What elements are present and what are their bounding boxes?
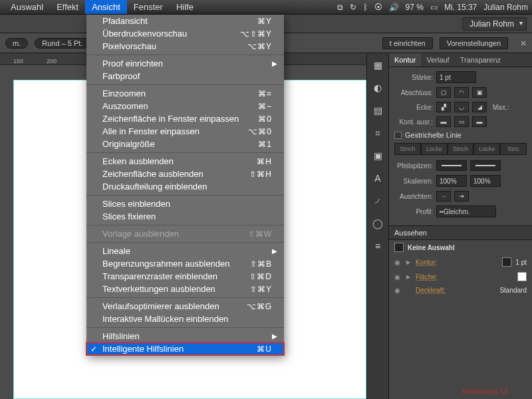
menu-item--berdruckenvorschau[interactable]: Überdruckenvorschau⌥⇧⌘Y <box>86 27 284 40</box>
align-inside-button[interactable]: ▭ <box>454 116 469 127</box>
menu-item-pfadansicht[interactable]: Pfadansicht⌘Y <box>86 15 284 27</box>
swatches-icon[interactable]: ▦ <box>371 59 384 72</box>
dashed-checkbox[interactable] <box>394 132 402 139</box>
menu-shortcut: ⌥⌘0 <box>248 127 272 136</box>
menu-item-zeichenfl-che-ausblenden[interactable]: Zeichenfläche ausblenden⇧⌘H <box>86 168 284 180</box>
profile-select[interactable]: ━ Gleichm. <box>436 205 496 217</box>
menu-ansicht[interactable]: Ansicht <box>85 0 127 14</box>
bluetooth-icon[interactable]: ᛒ <box>363 3 368 12</box>
app-user-button[interactable]: Julian Rohm <box>462 17 527 31</box>
menu-hilfe[interactable]: Hilfe <box>170 0 200 14</box>
menu-item-proof-einrichten[interactable]: Proof einrichten▶ <box>86 57 284 70</box>
shape-icon[interactable]: ◯ <box>371 217 384 230</box>
align-center-button[interactable]: ▬ <box>436 116 451 127</box>
fill-swatch[interactable] <box>517 272 527 281</box>
cap-round-button[interactable]: ◠ <box>454 87 469 98</box>
menu-item-auszoomen[interactable]: Auszoomen⌘− <box>86 100 284 112</box>
appearance-panel-title[interactable]: Aussehen <box>389 226 532 240</box>
menu-item-einzoomen[interactable]: Einzoomen⌘= <box>86 87 284 100</box>
join-bevel-button[interactable]: ◢ <box>472 102 487 112</box>
gap-field[interactable]: Lücke <box>421 143 448 155</box>
battery-icon[interactable]: ▭ <box>430 3 438 12</box>
brushes-icon[interactable]: ▤ <box>371 104 384 117</box>
menu-item-originalgr-e[interactable]: Originalgröße⌘1 <box>86 138 284 150</box>
control-button-einrichten[interactable]: t einrichten <box>382 37 433 49</box>
menu-item-slices-fixieren[interactable]: Slices fixieren <box>86 210 284 223</box>
menu-item-label: Einzoomen <box>102 88 258 98</box>
menu-effekt[interactable]: Effekt <box>50 0 85 14</box>
control-button-voreinstellungen[interactable]: Voreinstellungen <box>440 37 508 49</box>
type-icon[interactable]: A <box>371 172 384 185</box>
menu-shortcut: ⇧⌘B <box>250 259 272 269</box>
menu-item-farbproof[interactable]: Farbproof <box>86 70 284 82</box>
disclosure-icon[interactable]: ▶ <box>406 274 412 280</box>
dash-field[interactable]: Strich <box>448 143 474 155</box>
arrow-start-select[interactable] <box>436 160 467 171</box>
mute-arrange-icon[interactable]: ⤫ <box>520 39 527 48</box>
appearance-opacity-row[interactable]: ◉ Deckkraft: Standard <box>389 284 532 297</box>
menu-item-slices-einblenden[interactable]: Slices einblenden <box>86 198 284 210</box>
join-miter-button[interactable]: ▞ <box>436 102 451 112</box>
menu-fenster[interactable]: Fenster <box>127 0 170 14</box>
menu-item-intelligente-hilfslinien[interactable]: ✓Intelligente Hilfslinien⌘U <box>86 342 284 355</box>
dropbox-icon[interactable]: ⧉ <box>337 3 343 12</box>
symbols-icon[interactable]: ⌗ <box>371 126 384 140</box>
dash-field[interactable]: Strich <box>394 143 421 155</box>
stroke-value: 1 pt <box>515 259 527 266</box>
menu-item-label: Hilfslinien <box>102 331 272 341</box>
disclosure-icon[interactable]: ▶ <box>406 259 412 265</box>
ruler-tick: 150 <box>13 58 15 65</box>
field-staerke[interactable]: 1 pt <box>436 71 476 83</box>
appearance-fill-row[interactable]: ◉ ▶ Fläche: <box>389 269 532 284</box>
tab-transparenz[interactable]: Transparenz <box>455 53 506 66</box>
join-round-button[interactable]: ◡ <box>454 102 469 112</box>
sync-icon[interactable]: ↻ <box>350 3 356 12</box>
cap-projecting-button[interactable]: ▣ <box>472 87 487 98</box>
control-pill-2[interactable]: Rund – 5 Pt. <box>35 38 90 49</box>
menu-item-label: Vorlage ausblenden <box>102 229 248 239</box>
gap-field[interactable]: Lücke <box>473 143 500 155</box>
align-icon[interactable]: ≡ <box>371 239 384 253</box>
arrow-align-2-button[interactable]: ⇥ <box>454 191 469 201</box>
menu-item-textverkettungen-ausblenden[interactable]: Textverkettungen ausblenden⇧⌘Y <box>86 283 284 295</box>
menu-item-zeichenfl-che-in-fenster-einpassen[interactable]: Zeichenfläche in Fenster einpassen⌘0 <box>86 112 284 125</box>
menu-item-lineale[interactable]: Lineale▶ <box>86 245 284 257</box>
cap-butt-button[interactable]: ▢ <box>436 87 451 98</box>
control-pill-1[interactable]: m. <box>5 38 28 49</box>
system-menubar: Auswahl Effekt Ansicht Fenster Hilfe ⧉ ↻… <box>0 0 532 15</box>
arrow-end-select[interactable] <box>470 160 501 171</box>
scale-end-field[interactable]: 100% <box>470 175 501 187</box>
clock-text[interactable]: Mi. 15:37 <box>444 3 477 12</box>
menu-item-pixelvorschau[interactable]: Pixelvorschau⌥⌘Y <box>86 40 284 53</box>
eye-icon[interactable]: ◉ <box>394 259 402 266</box>
menu-item-begrenzungsrahmen-ausblenden[interactable]: Begrenzungsrahmen ausblenden⇧⌘B <box>86 257 284 270</box>
menu-item-ecken-ausblenden[interactable]: Ecken ausblenden⌘H <box>86 155 284 168</box>
menu-item-label: Farbproof <box>102 71 272 81</box>
menu-item-alle-in-fenster-einpassen[interactable]: Alle in Fenster einpassen⌥⌘0 <box>86 125 284 138</box>
color-icon[interactable]: ◐ <box>371 81 384 94</box>
menu-item-label: Auszoomen <box>102 101 258 111</box>
menu-item-interaktive-mall-cken-einblenden[interactable]: Interaktive Mallücken einblenden <box>86 313 284 325</box>
menu-item-hilfslinien[interactable]: Hilfslinien▶ <box>86 330 284 342</box>
volume-icon[interactable]: 🔊 <box>389 3 399 12</box>
right-panels: Kontur Verlauf Transparenz Stärke: 1 pt … <box>389 53 532 399</box>
user-text[interactable]: Julian Rohm <box>483 3 528 12</box>
eye-icon[interactable]: ◉ <box>394 287 402 294</box>
wifi-icon[interactable]: ⦿ <box>374 3 382 12</box>
menu-item-verlaufsoptimierer-ausblenden[interactable]: Verlaufsoptimierer ausblenden⌥⌘G <box>86 300 284 313</box>
tab-verlauf[interactable]: Verlauf <box>421 53 454 66</box>
menu-item-druckaufteilung-einblenden[interactable]: Druckaufteilung einblenden <box>86 180 284 193</box>
menu-auswahl[interactable]: Auswahl <box>4 0 50 14</box>
stroke-swatch[interactable] <box>502 257 511 267</box>
scale-start-field[interactable]: 100% <box>436 175 467 187</box>
arrow-align-1-button[interactable]: → <box>436 191 451 201</box>
menu-item-transparenzraster-einblenden[interactable]: Transparenzraster einblenden⇧⌘D <box>86 270 284 283</box>
dash-field[interactable]: Stric <box>500 143 527 155</box>
path-icon[interactable]: ⟋ <box>371 194 384 207</box>
eye-icon[interactable]: ◉ <box>394 273 402 281</box>
transform-icon[interactable]: ▣ <box>371 149 384 162</box>
align-outside-button[interactable]: ▬ <box>472 116 487 127</box>
appearance-fill-label: Fläche: <box>416 273 513 281</box>
appearance-stroke-row[interactable]: ◉ ▶ Kontur: 1 pt <box>389 255 532 269</box>
tab-kontur[interactable]: Kontur <box>389 53 421 66</box>
